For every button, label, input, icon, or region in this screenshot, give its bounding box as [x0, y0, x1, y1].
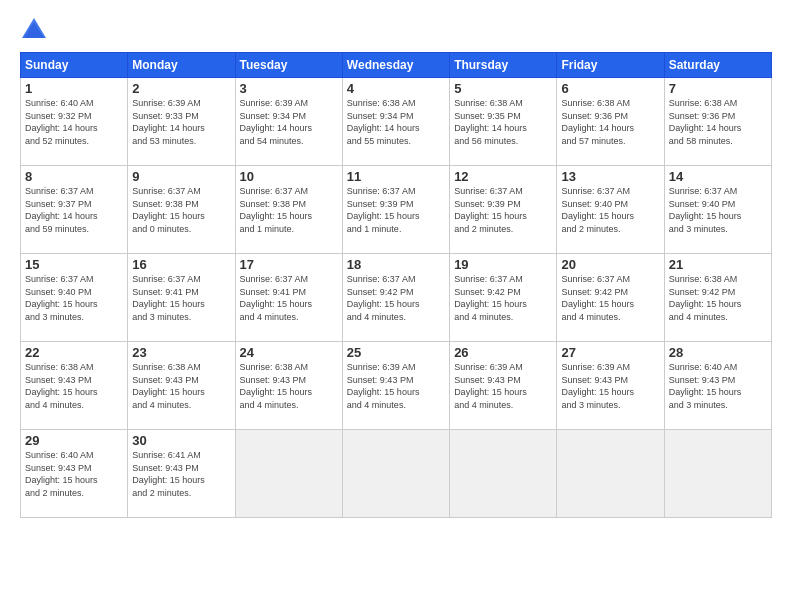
calendar-cell: 8Sunrise: 6:37 AM Sunset: 9:37 PM Daylig… [21, 166, 128, 254]
day-info: Sunrise: 6:37 AM Sunset: 9:39 PM Dayligh… [347, 185, 445, 235]
day-number: 14 [669, 169, 767, 184]
day-number: 25 [347, 345, 445, 360]
day-info: Sunrise: 6:38 AM Sunset: 9:36 PM Dayligh… [561, 97, 659, 147]
calendar-cell: 25Sunrise: 6:39 AM Sunset: 9:43 PM Dayli… [342, 342, 449, 430]
day-number: 30 [132, 433, 230, 448]
weekday-header: Tuesday [235, 53, 342, 78]
page: SundayMondayTuesdayWednesdayThursdayFrid… [0, 0, 792, 612]
day-number: 27 [561, 345, 659, 360]
day-info: Sunrise: 6:39 AM Sunset: 9:43 PM Dayligh… [347, 361, 445, 411]
calendar-cell: 20Sunrise: 6:37 AM Sunset: 9:42 PM Dayli… [557, 254, 664, 342]
calendar-cell: 4Sunrise: 6:38 AM Sunset: 9:34 PM Daylig… [342, 78, 449, 166]
weekday-header: Saturday [664, 53, 771, 78]
calendar-cell: 7Sunrise: 6:38 AM Sunset: 9:36 PM Daylig… [664, 78, 771, 166]
day-info: Sunrise: 6:38 AM Sunset: 9:35 PM Dayligh… [454, 97, 552, 147]
calendar-cell: 14Sunrise: 6:37 AM Sunset: 9:40 PM Dayli… [664, 166, 771, 254]
day-number: 4 [347, 81, 445, 96]
calendar-cell: 5Sunrise: 6:38 AM Sunset: 9:35 PM Daylig… [450, 78, 557, 166]
calendar-week-row: 1Sunrise: 6:40 AM Sunset: 9:32 PM Daylig… [21, 78, 772, 166]
day-info: Sunrise: 6:37 AM Sunset: 9:40 PM Dayligh… [25, 273, 123, 323]
day-number: 2 [132, 81, 230, 96]
day-info: Sunrise: 6:38 AM Sunset: 9:36 PM Dayligh… [669, 97, 767, 147]
calendar-table: SundayMondayTuesdayWednesdayThursdayFrid… [20, 52, 772, 518]
weekday-header: Thursday [450, 53, 557, 78]
calendar-cell: 13Sunrise: 6:37 AM Sunset: 9:40 PM Dayli… [557, 166, 664, 254]
calendar-cell: 6Sunrise: 6:38 AM Sunset: 9:36 PM Daylig… [557, 78, 664, 166]
day-number: 16 [132, 257, 230, 272]
calendar-cell: 2Sunrise: 6:39 AM Sunset: 9:33 PM Daylig… [128, 78, 235, 166]
calendar-week-row: 15Sunrise: 6:37 AM Sunset: 9:40 PM Dayli… [21, 254, 772, 342]
calendar-cell: 16Sunrise: 6:37 AM Sunset: 9:41 PM Dayli… [128, 254, 235, 342]
day-number: 6 [561, 81, 659, 96]
day-number: 26 [454, 345, 552, 360]
calendar-cell: 11Sunrise: 6:37 AM Sunset: 9:39 PM Dayli… [342, 166, 449, 254]
calendar-cell: 18Sunrise: 6:37 AM Sunset: 9:42 PM Dayli… [342, 254, 449, 342]
calendar-cell: 1Sunrise: 6:40 AM Sunset: 9:32 PM Daylig… [21, 78, 128, 166]
day-info: Sunrise: 6:37 AM Sunset: 9:39 PM Dayligh… [454, 185, 552, 235]
day-info: Sunrise: 6:37 AM Sunset: 9:42 PM Dayligh… [347, 273, 445, 323]
day-number: 5 [454, 81, 552, 96]
calendar-week-row: 8Sunrise: 6:37 AM Sunset: 9:37 PM Daylig… [21, 166, 772, 254]
calendar-cell: 15Sunrise: 6:37 AM Sunset: 9:40 PM Dayli… [21, 254, 128, 342]
calendar-cell [664, 430, 771, 518]
day-info: Sunrise: 6:37 AM Sunset: 9:42 PM Dayligh… [561, 273, 659, 323]
day-number: 28 [669, 345, 767, 360]
day-number: 21 [669, 257, 767, 272]
calendar-cell: 9Sunrise: 6:37 AM Sunset: 9:38 PM Daylig… [128, 166, 235, 254]
day-info: Sunrise: 6:38 AM Sunset: 9:34 PM Dayligh… [347, 97, 445, 147]
day-info: Sunrise: 6:39 AM Sunset: 9:43 PM Dayligh… [561, 361, 659, 411]
calendar-cell: 23Sunrise: 6:38 AM Sunset: 9:43 PM Dayli… [128, 342, 235, 430]
calendar-cell [235, 430, 342, 518]
day-info: Sunrise: 6:38 AM Sunset: 9:43 PM Dayligh… [132, 361, 230, 411]
logo [20, 16, 52, 44]
day-info: Sunrise: 6:39 AM Sunset: 9:34 PM Dayligh… [240, 97, 338, 147]
day-number: 17 [240, 257, 338, 272]
calendar-cell: 3Sunrise: 6:39 AM Sunset: 9:34 PM Daylig… [235, 78, 342, 166]
calendar-cell: 29Sunrise: 6:40 AM Sunset: 9:43 PM Dayli… [21, 430, 128, 518]
header [20, 16, 772, 44]
day-info: Sunrise: 6:37 AM Sunset: 9:40 PM Dayligh… [669, 185, 767, 235]
calendar-cell: 21Sunrise: 6:38 AM Sunset: 9:42 PM Dayli… [664, 254, 771, 342]
day-info: Sunrise: 6:39 AM Sunset: 9:33 PM Dayligh… [132, 97, 230, 147]
calendar-cell: 12Sunrise: 6:37 AM Sunset: 9:39 PM Dayli… [450, 166, 557, 254]
calendar-cell [342, 430, 449, 518]
calendar-cell: 10Sunrise: 6:37 AM Sunset: 9:38 PM Dayli… [235, 166, 342, 254]
day-info: Sunrise: 6:37 AM Sunset: 9:37 PM Dayligh… [25, 185, 123, 235]
day-info: Sunrise: 6:37 AM Sunset: 9:40 PM Dayligh… [561, 185, 659, 235]
day-info: Sunrise: 6:40 AM Sunset: 9:32 PM Dayligh… [25, 97, 123, 147]
calendar-cell [450, 430, 557, 518]
calendar-cell: 19Sunrise: 6:37 AM Sunset: 9:42 PM Dayli… [450, 254, 557, 342]
weekday-header: Wednesday [342, 53, 449, 78]
day-number: 7 [669, 81, 767, 96]
calendar-week-row: 29Sunrise: 6:40 AM Sunset: 9:43 PM Dayli… [21, 430, 772, 518]
calendar-cell: 26Sunrise: 6:39 AM Sunset: 9:43 PM Dayli… [450, 342, 557, 430]
day-info: Sunrise: 6:38 AM Sunset: 9:42 PM Dayligh… [669, 273, 767, 323]
day-info: Sunrise: 6:37 AM Sunset: 9:41 PM Dayligh… [240, 273, 338, 323]
day-number: 20 [561, 257, 659, 272]
calendar-cell: 17Sunrise: 6:37 AM Sunset: 9:41 PM Dayli… [235, 254, 342, 342]
day-info: Sunrise: 6:37 AM Sunset: 9:38 PM Dayligh… [132, 185, 230, 235]
day-number: 22 [25, 345, 123, 360]
day-number: 15 [25, 257, 123, 272]
day-number: 19 [454, 257, 552, 272]
calendar-cell: 22Sunrise: 6:38 AM Sunset: 9:43 PM Dayli… [21, 342, 128, 430]
weekday-header: Friday [557, 53, 664, 78]
day-number: 23 [132, 345, 230, 360]
calendar-cell: 28Sunrise: 6:40 AM Sunset: 9:43 PM Dayli… [664, 342, 771, 430]
day-number: 11 [347, 169, 445, 184]
calendar-cell: 30Sunrise: 6:41 AM Sunset: 9:43 PM Dayli… [128, 430, 235, 518]
day-number: 24 [240, 345, 338, 360]
day-info: Sunrise: 6:37 AM Sunset: 9:42 PM Dayligh… [454, 273, 552, 323]
day-info: Sunrise: 6:40 AM Sunset: 9:43 PM Dayligh… [25, 449, 123, 499]
day-number: 29 [25, 433, 123, 448]
day-info: Sunrise: 6:38 AM Sunset: 9:43 PM Dayligh… [240, 361, 338, 411]
day-number: 13 [561, 169, 659, 184]
logo-icon [20, 16, 48, 44]
weekday-header: Monday [128, 53, 235, 78]
day-info: Sunrise: 6:39 AM Sunset: 9:43 PM Dayligh… [454, 361, 552, 411]
weekday-header: Sunday [21, 53, 128, 78]
day-number: 18 [347, 257, 445, 272]
day-info: Sunrise: 6:37 AM Sunset: 9:38 PM Dayligh… [240, 185, 338, 235]
day-number: 1 [25, 81, 123, 96]
day-info: Sunrise: 6:37 AM Sunset: 9:41 PM Dayligh… [132, 273, 230, 323]
